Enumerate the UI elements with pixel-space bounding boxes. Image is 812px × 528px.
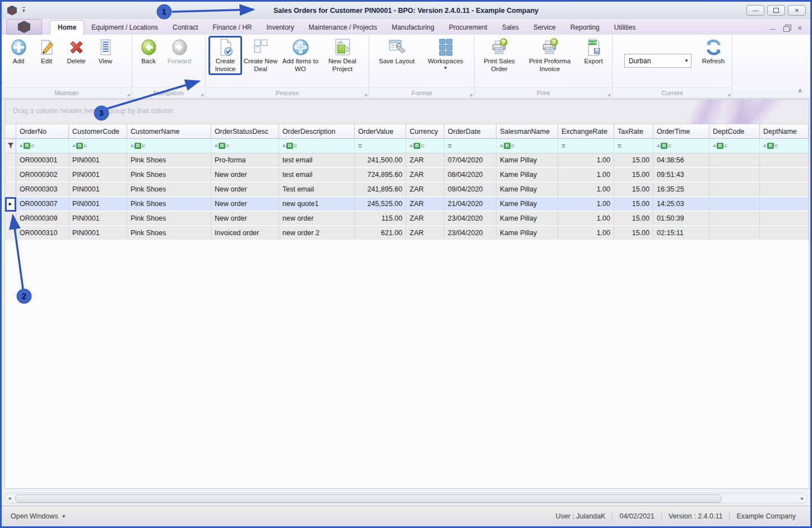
column-header-ordertime[interactable]: OrderTime xyxy=(653,124,709,139)
cell-orderdescription[interactable]: new order 2 xyxy=(279,226,355,241)
cell-deptcode[interactable] xyxy=(709,183,760,197)
cell-deptcode[interactable] xyxy=(709,153,760,168)
filter-cell-customername[interactable]: ABC xyxy=(127,139,211,153)
cell-currency[interactable]: ZAR xyxy=(406,153,444,168)
cell-exchangerate[interactable]: 1.00 xyxy=(558,153,614,168)
cell-taxrate[interactable]: 15.00 xyxy=(614,168,653,183)
column-header-customercode[interactable]: CustomerCode xyxy=(69,124,127,139)
group-dialog-launcher-icon[interactable]: ◢ xyxy=(727,92,730,97)
table-row[interactable]: OR0000309PIN0001Pink ShoesNew ordernew o… xyxy=(5,212,809,226)
cell-customername[interactable]: Pink Shoes xyxy=(127,183,211,197)
cell-customername[interactable]: Pink Shoes xyxy=(127,212,211,226)
create-invoice-button[interactable]: Create Invoice xyxy=(208,36,242,75)
filter-cell-salesmanname[interactable]: ABC xyxy=(497,139,558,153)
cell-orderstatusdesc[interactable]: New order xyxy=(211,168,279,183)
column-header-deptname[interactable]: DeptName xyxy=(760,124,809,139)
filter-row-button[interactable] xyxy=(5,139,16,153)
cell-deptcode[interactable] xyxy=(709,197,760,212)
ribbon-close-icon[interactable]: ✕ xyxy=(797,25,802,32)
quick-access-toolbar[interactable]: ▾ xyxy=(2,6,25,16)
row-indicator[interactable] xyxy=(5,153,16,168)
open-windows-button[interactable]: Open Windows ▼ xyxy=(2,512,66,520)
tab-inventory[interactable]: Inventory xyxy=(259,21,301,35)
cell-orderno[interactable]: OR0000310 xyxy=(16,226,69,241)
workspaces-button[interactable]: Workspaces ▼ xyxy=(421,36,470,71)
row-indicator[interactable] xyxy=(5,226,16,241)
cell-currency[interactable]: ZAR xyxy=(406,168,444,183)
cell-currency[interactable]: ZAR xyxy=(406,212,444,226)
filter-cell-customercode[interactable]: ABC xyxy=(69,139,127,153)
cell-customercode[interactable]: PIN0001 xyxy=(69,197,127,212)
create-new-deal-button[interactable]: Create New Deal xyxy=(242,36,279,73)
cell-orderno[interactable]: OR0000301 xyxy=(16,153,69,168)
cell-salesmanname[interactable]: Kame Pillay xyxy=(497,153,558,168)
close-button[interactable]: ✕ xyxy=(788,5,806,16)
cell-ordervalue[interactable]: 245,525.00 xyxy=(355,197,406,212)
cell-orderdate[interactable]: 07/04/2020 xyxy=(444,153,497,168)
group-dialog-launcher-icon[interactable]: ◢ xyxy=(201,92,203,97)
cell-taxrate[interactable]: 15.00 xyxy=(614,226,653,241)
cell-deptcode[interactable] xyxy=(709,212,760,226)
view-button[interactable]: View xyxy=(92,36,119,66)
filter-cell-ordervalue[interactable]: = xyxy=(355,139,406,153)
cell-taxrate[interactable]: 15.00 xyxy=(614,183,653,197)
tab-sales[interactable]: Sales xyxy=(495,21,526,35)
scroll-right-icon[interactable]: ▸ xyxy=(798,495,807,501)
cell-currency[interactable]: ZAR xyxy=(406,226,444,241)
back-button[interactable]: Back xyxy=(135,36,162,66)
cell-orderdescription[interactable]: test email xyxy=(279,153,355,168)
table-row[interactable]: OR0000301PIN0001Pink ShoesPro-formatest … xyxy=(5,153,809,168)
cell-deptcode[interactable] xyxy=(709,168,760,183)
cell-orderdescription[interactable]: new order xyxy=(279,212,355,226)
cell-orderstatusdesc[interactable]: New order xyxy=(211,212,279,226)
filter-cell-deptname[interactable]: ABC xyxy=(760,139,809,153)
minimize-button[interactable]: — xyxy=(746,5,764,16)
cell-orderstatusdesc[interactable]: Invoiced order xyxy=(211,226,279,241)
cell-exchangerate[interactable]: 1.00 xyxy=(558,226,614,241)
cell-ordervalue[interactable]: 724,895.60 xyxy=(355,168,406,183)
group-dialog-launcher-icon[interactable]: ◢ xyxy=(127,92,130,97)
cell-taxrate[interactable]: 15.00 xyxy=(614,212,653,226)
cell-taxrate[interactable]: 15.00 xyxy=(614,197,653,212)
filter-cell-currency[interactable]: ABC xyxy=(406,139,444,153)
scroll-left-icon[interactable]: ◂ xyxy=(5,495,14,501)
cell-salesmanname[interactable]: Kame Pillay xyxy=(497,212,558,226)
quick-access-caret-icon[interactable]: ▾ xyxy=(22,7,25,13)
new-deal-project-button[interactable]: New Deal Project xyxy=(322,36,363,73)
cell-orderstatusdesc[interactable]: New order xyxy=(211,197,279,212)
cell-salesmanname[interactable]: Kame Pillay xyxy=(497,197,558,212)
column-header-customername[interactable]: CustomerName xyxy=(127,124,211,139)
cell-customercode[interactable]: PIN0001 xyxy=(69,168,127,183)
column-header-orderno[interactable]: OrderNo xyxy=(16,124,69,139)
cell-deptname[interactable] xyxy=(760,197,809,212)
cell-ordervalue[interactable]: 115.00 xyxy=(355,212,406,226)
cell-ordervalue[interactable]: 621.00 xyxy=(355,226,406,241)
table-row[interactable]: OR0000303PIN0001Pink ShoesNew orderTest … xyxy=(5,183,809,197)
filter-cell-orderstatusdesc[interactable]: ABC xyxy=(211,139,279,153)
cell-orderdate[interactable]: 09/04/2020 xyxy=(444,183,497,197)
cell-orderdescription[interactable]: test email xyxy=(279,168,355,183)
print-proforma-invoice-button[interactable]: ? Print Proforma Invoice xyxy=(521,36,578,73)
group-by-bar[interactable]: Drag a column header here to group by th… xyxy=(5,100,809,124)
cell-orderdate[interactable]: 23/04/2020 xyxy=(444,226,497,241)
cell-orderdate[interactable]: 21/04/2020 xyxy=(444,197,497,212)
filter-cell-orderdescription[interactable]: ABC xyxy=(279,139,355,153)
cell-deptname[interactable] xyxy=(760,212,809,226)
delete-button[interactable]: Delete xyxy=(61,36,92,66)
row-indicator[interactable] xyxy=(5,183,16,197)
ribbon-restore-icon[interactable] xyxy=(783,26,790,32)
selected-row-indicator[interactable]: ► xyxy=(5,197,16,212)
maximize-button[interactable] xyxy=(767,5,785,16)
cell-orderdescription[interactable]: new quote1 xyxy=(279,197,355,212)
column-header-orderdate[interactable]: OrderDate xyxy=(444,124,497,139)
add-button[interactable]: Add xyxy=(4,36,33,66)
horizontal-scrollbar[interactable]: ◂ ▸ xyxy=(4,493,808,503)
cell-orderdate[interactable]: 08/04/2020 xyxy=(444,168,497,183)
application-menu-button[interactable] xyxy=(6,19,42,35)
tab-reporting[interactable]: Reporting xyxy=(563,21,607,35)
add-items-to-wo-button[interactable]: Add Items to WO xyxy=(279,36,322,73)
cell-customercode[interactable]: PIN0001 xyxy=(69,153,127,168)
cell-orderdate[interactable]: 23/04/2020 xyxy=(444,212,497,226)
column-header-taxrate[interactable]: TaxRate xyxy=(614,124,653,139)
cell-orderstatusdesc[interactable]: Pro-forma xyxy=(211,153,279,168)
